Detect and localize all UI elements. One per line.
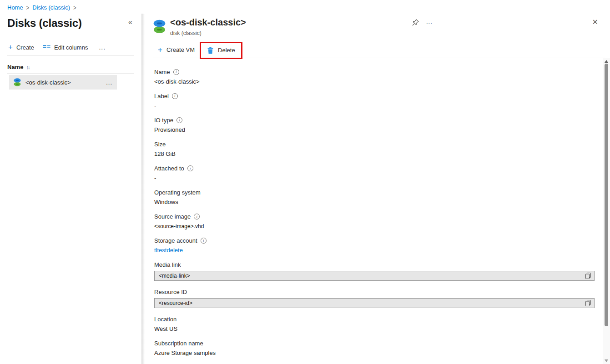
field-label: Storage account	[154, 237, 197, 244]
sort-icon: ↑↓	[26, 65, 29, 70]
create-button[interactable]: + Create	[8, 44, 34, 51]
edit-columns-label: Edit columns	[54, 44, 88, 51]
info-icon[interactable]: i	[201, 238, 207, 244]
field-value: Azure Storage samples	[154, 348, 595, 357]
field-label: Media link	[154, 261, 181, 268]
resource-id-textbox[interactable]: <resource-id>	[154, 298, 595, 308]
toolbar-more-icon[interactable]: ...	[97, 44, 107, 51]
field-source-image: Source imagei <source-image>.vhd	[154, 212, 595, 230]
disk-icon	[14, 78, 21, 86]
disk-row-label: <os-disk-classic>	[25, 79, 71, 86]
collapse-panel-icon[interactable]: «	[126, 16, 134, 28]
info-icon[interactable]: i	[187, 165, 193, 171]
info-icon[interactable]: i	[172, 93, 178, 99]
trash-icon	[207, 47, 214, 54]
field-name: Namei <os-disk-classic>	[154, 68, 595, 86]
scroll-down-icon[interactable]	[605, 359, 608, 362]
field-location: Location West US	[154, 315, 595, 333]
field-value: -	[154, 173, 595, 182]
detail-fields: Namei <os-disk-classic> Labeli - IO type…	[145, 58, 610, 357]
delete-highlight-annotation: Delete	[200, 42, 242, 59]
field-label: Subscription name	[154, 340, 203, 347]
field-label: Size	[154, 141, 166, 148]
field-storage-account: Storage accounti tltestdelete	[154, 236, 595, 254]
detail-more-icon[interactable]: ...	[426, 18, 433, 25]
field-subscription-name: Subscription name Azure Storage samples	[154, 339, 595, 357]
create-vm-button[interactable]: + Create VM	[158, 46, 195, 54]
list-toolbar: + Create Edit columns ...	[7, 44, 134, 55]
disk-list-item[interactable]: <os-disk-classic> ...	[9, 75, 117, 90]
info-icon[interactable]: i	[173, 69, 179, 75]
field-value: 128 GiB	[154, 149, 595, 158]
breadcrumb: Home > Disks (classic) >	[7, 4, 80, 11]
field-label-tag: Labeli -	[154, 92, 595, 110]
name-column-label: Name	[7, 64, 23, 70]
field-attached-to: Attached toi -	[154, 164, 595, 182]
field-media-link: Media link <media-link>	[154, 260, 595, 281]
field-label: Label	[154, 93, 169, 100]
breadcrumb-home-link[interactable]: Home	[7, 4, 23, 11]
field-resource-id: Resource ID <resource-id>	[154, 288, 595, 308]
vertical-scrollbar[interactable]	[603, 58, 610, 364]
close-icon[interactable]: ✕	[592, 18, 598, 27]
field-label: IO type	[154, 117, 173, 124]
edit-columns-icon	[43, 45, 50, 50]
scroll-up-icon[interactable]	[605, 60, 608, 63]
field-value: <source-image>.vhd	[154, 221, 595, 230]
field-value: West US	[154, 324, 595, 333]
disks-list-panel: Disks (classic) « + Create Edit columns …	[0, 14, 141, 364]
delete-button[interactable]: Delete	[207, 47, 235, 54]
info-icon[interactable]: i	[194, 214, 200, 219]
storage-account-link[interactable]: tltestdelete	[154, 245, 595, 254]
field-label: Location	[154, 316, 176, 323]
field-label: Operating system	[154, 189, 201, 196]
field-value: Windows	[154, 197, 595, 206]
field-label: Name	[154, 69, 170, 75]
field-value: <os-disk-classic>	[154, 76, 595, 86]
field-size: Size 128 GiB	[154, 140, 595, 158]
media-link-value: <media-link>	[159, 273, 190, 279]
media-link-textbox[interactable]: <media-link>	[154, 271, 595, 281]
create-button-label: Create	[16, 44, 34, 51]
copy-icon[interactable]	[585, 273, 591, 279]
info-icon[interactable]: i	[176, 117, 182, 123]
row-context-menu-icon[interactable]: ...	[106, 79, 112, 86]
scrollbar-thumb[interactable]	[605, 64, 608, 326]
field-label: Resource ID	[154, 289, 187, 295]
edit-columns-button[interactable]: Edit columns	[43, 44, 88, 51]
disk-icon	[153, 20, 166, 35]
page-title: Disks (classic)	[7, 16, 82, 30]
field-value: Provisioned	[154, 125, 595, 134]
detail-subtitle: disk (classic)	[170, 30, 202, 36]
create-vm-label: Create VM	[166, 46, 195, 53]
detail-header: <os-disk-classic> disk (classic) ... ✕	[145, 0, 610, 42]
detail-title: <os-disk-classic>	[170, 17, 246, 28]
resource-id-value: <resource-id>	[159, 300, 192, 306]
breadcrumb-separator-icon: >	[73, 4, 76, 11]
field-label: Source image	[154, 213, 191, 220]
delete-label: Delete	[218, 47, 235, 54]
copy-icon[interactable]	[585, 300, 591, 306]
field-io-type: IO typei Provisioned	[154, 116, 595, 134]
breadcrumb-separator-icon: >	[26, 4, 29, 11]
field-label: Attached to	[154, 165, 184, 172]
name-column-header[interactable]: Name ↑↓	[7, 64, 134, 74]
field-operating-system: Operating system Windows	[154, 188, 595, 206]
field-value: -	[154, 100, 595, 110]
plus-icon: +	[158, 46, 162, 54]
disk-detail-panel: <os-disk-classic> disk (classic) ... ✕ +…	[145, 0, 610, 364]
pin-icon[interactable]	[412, 19, 419, 28]
breadcrumb-disks-classic-link[interactable]: Disks (classic)	[32, 4, 70, 11]
plus-icon: +	[8, 44, 13, 51]
blade-divider	[141, 14, 145, 364]
command-bar: + Create VM Delete	[153, 42, 605, 58]
